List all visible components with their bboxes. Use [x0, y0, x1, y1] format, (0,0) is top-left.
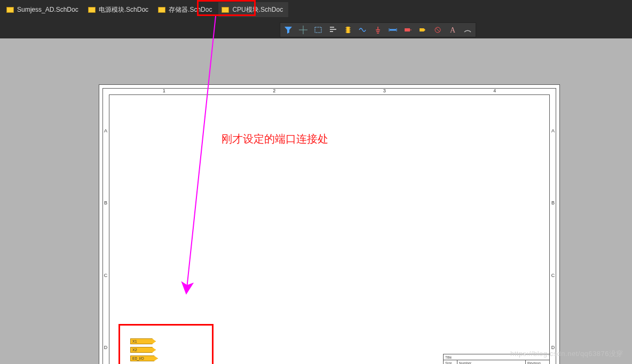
ruler-col: 4	[440, 88, 550, 94]
arc-icon[interactable]	[463, 25, 472, 35]
tab-label: 存储器.SchDoc	[169, 5, 212, 14]
sch-icon	[88, 7, 96, 13]
ruler-row: D	[102, 312, 109, 365]
tab-label: CPU模块.SchDoc	[232, 5, 283, 14]
rectangle-icon[interactable]	[313, 25, 323, 35]
schematic-toolbar: A	[280, 22, 476, 37]
port-icon[interactable]	[418, 25, 428, 35]
ruler-row: C	[550, 239, 556, 312]
port-e0io[interactable]: E0_I/O	[130, 355, 158, 361]
gnd-icon[interactable]	[373, 25, 383, 35]
tab-storage[interactable]: 存储器.SchDoc	[155, 2, 217, 17]
svg-text:A: A	[450, 26, 456, 34]
noerc-icon[interactable]	[433, 25, 443, 35]
sch-icon	[222, 7, 229, 13]
tab-bar: Sumjess_AD.SchDoc 电源模块.SchDoc 存储器.SchDoc…	[0, 0, 632, 19]
tab-label: Sumjess_AD.SchDoc	[17, 6, 78, 13]
port-x1[interactable]: X1	[130, 338, 156, 344]
bus-icon[interactable]	[388, 25, 398, 35]
filter-icon[interactable]	[283, 25, 293, 35]
ruler-row: A	[102, 94, 109, 167]
crosshair-icon[interactable]	[298, 25, 308, 35]
sheet-frame-inner	[109, 94, 550, 364]
port-x2[interactable]: X2	[130, 347, 156, 353]
ruler-col: 1	[109, 88, 219, 94]
ruler-col: 2	[219, 88, 330, 94]
ic-icon[interactable]	[343, 25, 353, 35]
ruler-row: B	[550, 167, 556, 240]
ruler-left: A B C D	[102, 94, 109, 364]
svg-rect-2	[405, 28, 410, 31]
ruler-col: 3	[329, 88, 440, 94]
ruler-top: 1 2 3 4	[109, 88, 550, 94]
tab-power[interactable]: 电源模块.SchDoc	[85, 2, 154, 17]
titleblock-title-label: Title	[444, 354, 549, 360]
titleblock-size-label: Size	[444, 360, 457, 364]
schematic-sheet[interactable]: 1 2 3 4 1 2 3 4 A B C D A B C D X1 X2 E0…	[99, 84, 560, 364]
svg-rect-1	[346, 27, 350, 33]
ruler-row: B	[102, 167, 109, 240]
tab-cpu[interactable]: CPU模块.SchDoc	[218, 2, 288, 17]
wave-icon[interactable]	[358, 25, 368, 35]
net-icon[interactable]	[403, 25, 413, 35]
ruler-row: C	[102, 239, 109, 312]
ruler-right: A B C D	[550, 94, 556, 364]
text-icon[interactable]: A	[448, 25, 457, 35]
ruler-row: D	[550, 312, 556, 365]
titleblock-revision-label: Revision	[526, 360, 549, 364]
sch-icon	[158, 7, 165, 13]
sch-icon	[6, 7, 14, 13]
align-icon[interactable]	[328, 25, 338, 35]
titleblock-number-label: Number	[457, 360, 526, 364]
tab-label: 电源模块.SchDoc	[99, 5, 148, 14]
title-block: Title Size Number Revision A4 Date: 2019…	[443, 354, 550, 364]
ruler-row: A	[550, 94, 556, 167]
svg-rect-0	[315, 27, 321, 33]
tab-sumjess[interactable]: Sumjess_AD.SchDoc	[3, 2, 84, 17]
canvas-area[interactable]: 1 2 3 4 1 2 3 4 A B C D A B C D X1 X2 E0…	[0, 38, 632, 364]
